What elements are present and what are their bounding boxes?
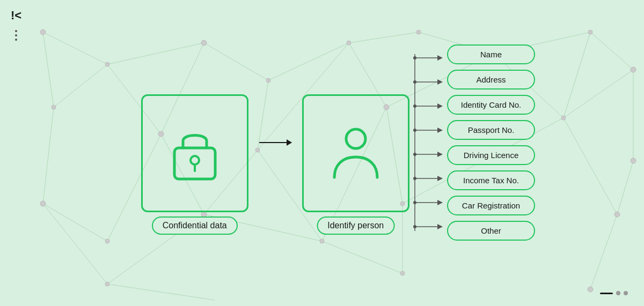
svg-point-89 [413,225,416,228]
sidebar-dot [15,39,17,41]
confidential-data-box [141,94,248,212]
sidebar-dot [15,30,17,32]
svg-marker-81 [437,152,443,157]
confidential-data-label: Confidential data [152,217,238,235]
svg-point-74 [413,105,416,108]
list-items: Name Address Identity Card No. Passport … [447,44,536,241]
list-item-passport: Passport No. [447,120,536,140]
svg-point-77 [413,129,416,132]
right-section: Name Address Identity Card No. Passport … [409,44,536,241]
sidebar-dot [15,34,17,36]
pagination-active [600,293,613,294]
logo: !< [11,10,21,21]
list-item-address: Address [447,70,536,89]
svg-marker-78 [437,128,443,133]
svg-point-68 [413,56,416,59]
list-item-name: Name [447,44,536,64]
svg-marker-87 [437,200,443,205]
svg-marker-90 [437,224,443,229]
svg-point-80 [413,153,416,156]
arrow-line [259,142,291,143]
sidebar: !< [0,0,32,306]
list-item-car-registration: Car Registration [447,196,536,215]
svg-marker-72 [437,79,443,85]
svg-marker-69 [437,55,443,61]
list-item-identity-card: Identity Card No. [447,95,536,115]
pagination-dot-1 [616,291,620,295]
pagination-dot-2 [624,291,628,295]
svg-point-65 [346,129,365,148]
svg-marker-84 [437,176,443,181]
list-item-driving-licence: Driving Licence [447,145,536,165]
svg-point-63 [191,156,199,165]
svg-marker-75 [437,103,443,109]
main-content: Confidential data Identify person [32,0,644,306]
svg-point-71 [413,80,416,84]
branch-svg [409,46,447,239]
arrow-connector [259,142,291,143]
pagination [600,291,628,295]
lock-icon [168,124,222,183]
identify-person-label: Identify person [317,217,394,235]
list-item-income-tax: Income Tax No. [447,170,536,190]
svg-point-83 [413,177,416,180]
identify-person-box [302,94,409,212]
svg-point-86 [413,201,416,204]
diagram-container: Confidential data Identify person [141,66,536,241]
sidebar-dots [15,30,17,41]
list-item-other: Other [447,221,536,241]
person-icon [329,124,383,183]
